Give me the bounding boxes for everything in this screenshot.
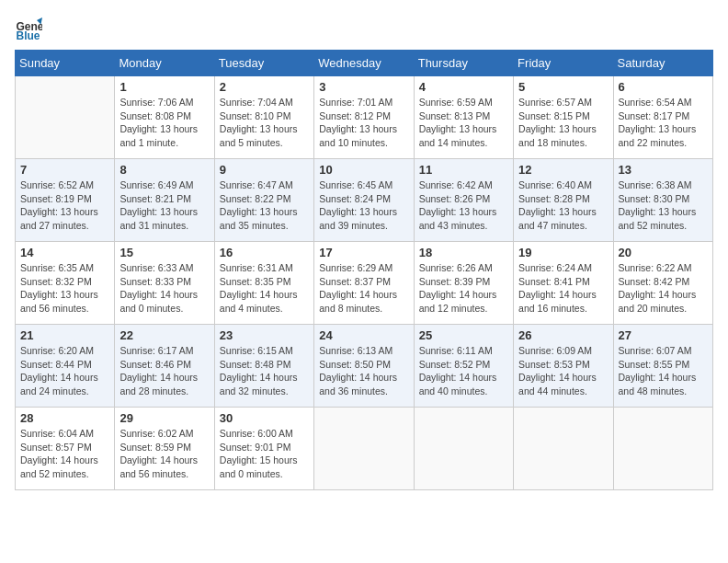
day-number: 20 [619,246,708,259]
day-of-week-header: Monday [115,51,214,76]
day-number: 25 [419,328,508,342]
day-number: 30 [220,411,309,425]
calendar-day-cell: 18Sunrise: 6:26 AM Sunset: 8:39 PM Dayli… [414,242,513,325]
day-info: Sunrise: 6:38 AM Sunset: 8:30 PM Dayligh… [619,178,708,233]
calendar-header-row: SundayMondayTuesdayWednesdayThursdayFrid… [16,51,713,76]
day-of-week-header: Wednesday [314,51,414,76]
day-number: 4 [419,80,508,94]
day-of-week-header: Thursday [414,51,513,76]
calendar-day-cell: 30Sunrise: 6:00 AM Sunset: 9:01 PM Dayli… [214,408,313,490]
calendar-day-cell: 20Sunrise: 6:22 AM Sunset: 8:42 PM Dayli… [613,242,712,325]
day-number: 1 [119,80,209,94]
calendar-day-cell: 27Sunrise: 6:07 AM Sunset: 8:55 PM Dayli… [613,325,712,408]
day-info: Sunrise: 7:04 AM Sunset: 8:10 PM Dayligh… [220,96,309,150]
day-of-week-header: Sunday [16,51,115,76]
day-info: Sunrise: 6:35 AM Sunset: 8:32 PM Dayligh… [20,261,109,316]
calendar-day-cell: 3Sunrise: 7:01 AM Sunset: 8:12 PM Daylig… [314,76,414,159]
calendar-day-cell [613,408,712,490]
day-number: 28 [20,411,109,425]
day-number: 14 [20,246,109,259]
day-info: Sunrise: 6:47 AM Sunset: 8:22 PM Dayligh… [220,178,309,233]
day-info: Sunrise: 6:02 AM Sunset: 8:59 PM Dayligh… [119,427,209,481]
day-number: 16 [220,246,309,259]
calendar-table: SundayMondayTuesdayWednesdayThursdayFrid… [15,50,713,490]
page-header: General Blue [15,15,713,42]
day-info: Sunrise: 6:40 AM Sunset: 8:28 PM Dayligh… [518,178,608,233]
calendar-day-cell: 28Sunrise: 6:04 AM Sunset: 8:57 PM Dayli… [16,408,115,490]
calendar-day-cell: 22Sunrise: 6:17 AM Sunset: 8:46 PM Dayli… [115,325,214,408]
day-number: 26 [518,328,608,342]
day-number: 7 [20,163,109,177]
calendar-day-cell: 10Sunrise: 6:45 AM Sunset: 8:24 PM Dayli… [314,159,414,242]
day-info: Sunrise: 7:06 AM Sunset: 8:08 PM Dayligh… [119,96,209,150]
day-info: Sunrise: 6:31 AM Sunset: 8:35 PM Dayligh… [220,261,309,316]
calendar-day-cell: 16Sunrise: 6:31 AM Sunset: 8:35 PM Dayli… [214,242,313,325]
day-number: 11 [419,163,508,177]
calendar-day-cell [16,76,115,159]
calendar-week-row: 7Sunrise: 6:52 AM Sunset: 8:19 PM Daylig… [16,159,713,242]
calendar-day-cell: 12Sunrise: 6:40 AM Sunset: 8:28 PM Dayli… [514,159,613,242]
calendar-day-cell: 17Sunrise: 6:29 AM Sunset: 8:37 PM Dayli… [314,242,414,325]
day-number: 29 [119,411,209,425]
day-number: 8 [119,163,209,177]
day-number: 21 [20,328,109,342]
day-number: 9 [220,163,309,177]
day-number: 13 [619,163,708,177]
day-number: 18 [419,246,508,259]
logo-icon: General Blue [15,15,42,42]
day-of-week-header: Tuesday [214,51,313,76]
day-of-week-header: Friday [514,51,613,76]
day-number: 5 [518,80,608,94]
day-number: 15 [119,246,209,259]
calendar-day-cell: 5Sunrise: 6:57 AM Sunset: 8:15 PM Daylig… [514,76,613,159]
day-number: 3 [319,80,408,94]
day-info: Sunrise: 6:04 AM Sunset: 8:57 PM Dayligh… [20,427,109,481]
day-number: 23 [220,328,309,342]
day-info: Sunrise: 6:52 AM Sunset: 8:19 PM Dayligh… [20,178,109,233]
calendar-day-cell: 6Sunrise: 6:54 AM Sunset: 8:17 PM Daylig… [613,76,712,159]
day-info: Sunrise: 6:09 AM Sunset: 8:53 PM Dayligh… [518,344,608,398]
calendar-day-cell [414,408,513,490]
day-number: 2 [220,80,309,94]
logo: General Blue [15,15,46,42]
calendar-day-cell: 13Sunrise: 6:38 AM Sunset: 8:30 PM Dayli… [613,159,712,242]
calendar-week-row: 14Sunrise: 6:35 AM Sunset: 8:32 PM Dayli… [16,242,713,325]
day-info: Sunrise: 6:13 AM Sunset: 8:50 PM Dayligh… [319,344,408,398]
day-info: Sunrise: 6:49 AM Sunset: 8:21 PM Dayligh… [119,178,209,233]
day-info: Sunrise: 6:00 AM Sunset: 9:01 PM Dayligh… [220,427,309,481]
day-info: Sunrise: 6:11 AM Sunset: 8:52 PM Dayligh… [419,344,508,398]
day-info: Sunrise: 6:22 AM Sunset: 8:42 PM Dayligh… [619,261,708,316]
day-info: Sunrise: 6:54 AM Sunset: 8:17 PM Dayligh… [619,96,708,150]
calendar-day-cell: 29Sunrise: 6:02 AM Sunset: 8:59 PM Dayli… [115,408,214,490]
day-info: Sunrise: 6:20 AM Sunset: 8:44 PM Dayligh… [20,344,109,398]
calendar-day-cell: 4Sunrise: 6:59 AM Sunset: 8:13 PM Daylig… [414,76,513,159]
svg-text:Blue: Blue [17,29,40,42]
calendar-day-cell: 23Sunrise: 6:15 AM Sunset: 8:48 PM Dayli… [214,325,313,408]
day-number: 24 [319,328,408,342]
day-number: 17 [319,246,408,259]
day-info: Sunrise: 7:01 AM Sunset: 8:12 PM Dayligh… [319,96,408,150]
calendar-day-cell: 25Sunrise: 6:11 AM Sunset: 8:52 PM Dayli… [414,325,513,408]
day-info: Sunrise: 6:33 AM Sunset: 8:33 PM Dayligh… [119,261,209,316]
calendar-day-cell [514,408,613,490]
calendar-day-cell: 9Sunrise: 6:47 AM Sunset: 8:22 PM Daylig… [214,159,313,242]
day-info: Sunrise: 6:29 AM Sunset: 8:37 PM Dayligh… [319,261,408,316]
day-info: Sunrise: 6:24 AM Sunset: 8:41 PM Dayligh… [518,261,608,316]
calendar-day-cell: 7Sunrise: 6:52 AM Sunset: 8:19 PM Daylig… [16,159,115,242]
day-number: 10 [319,163,408,177]
calendar-day-cell: 11Sunrise: 6:42 AM Sunset: 8:26 PM Dayli… [414,159,513,242]
calendar-day-cell [314,408,414,490]
calendar-day-cell: 2Sunrise: 7:04 AM Sunset: 8:10 PM Daylig… [214,76,313,159]
day-number: 19 [518,246,608,259]
calendar-day-cell: 24Sunrise: 6:13 AM Sunset: 8:50 PM Dayli… [314,325,414,408]
day-number: 22 [119,328,209,342]
day-info: Sunrise: 6:17 AM Sunset: 8:46 PM Dayligh… [119,344,209,398]
calendar-day-cell: 26Sunrise: 6:09 AM Sunset: 8:53 PM Dayli… [514,325,613,408]
day-info: Sunrise: 6:42 AM Sunset: 8:26 PM Dayligh… [419,178,508,233]
calendar-day-cell: 14Sunrise: 6:35 AM Sunset: 8:32 PM Dayli… [16,242,115,325]
day-info: Sunrise: 6:26 AM Sunset: 8:39 PM Dayligh… [419,261,508,316]
day-info: Sunrise: 6:15 AM Sunset: 8:48 PM Dayligh… [220,344,309,398]
calendar-week-row: 28Sunrise: 6:04 AM Sunset: 8:57 PM Dayli… [16,408,713,490]
day-info: Sunrise: 6:45 AM Sunset: 8:24 PM Dayligh… [319,178,408,233]
calendar-day-cell: 19Sunrise: 6:24 AM Sunset: 8:41 PM Dayli… [514,242,613,325]
